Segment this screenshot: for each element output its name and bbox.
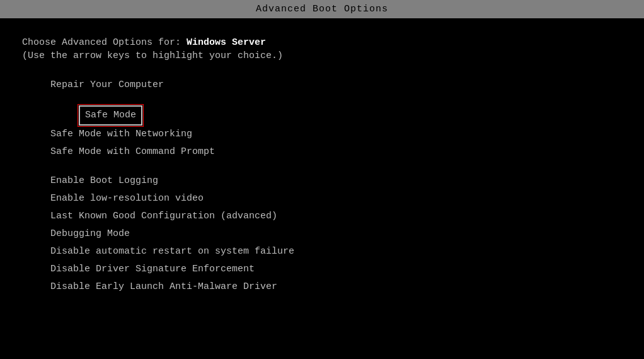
menu-item-debugging-mode[interactable]: Debugging Mode <box>22 225 622 243</box>
section-gap1 <box>22 94 622 105</box>
menu-item-disable-restart[interactable]: Disable automatic restart on system fail… <box>22 243 622 261</box>
title-bar: Advanced Boot Options <box>0 0 644 18</box>
bios-screen: Advanced Boot Options Choose Advanced Op… <box>0 0 644 359</box>
header-line2: (Use the arrow keys to highlight your ch… <box>22 50 622 61</box>
menu-item-safe-mode-command[interactable]: Safe Mode with Command Prompt <box>22 143 622 161</box>
header-os-name: Windows Server <box>187 37 266 48</box>
menu-item-last-known-good[interactable]: Last Known Good Configuration (advanced) <box>22 208 622 225</box>
header-prefix: Choose Advanced Options for: <box>22 37 187 48</box>
section-gap2 <box>22 161 622 172</box>
menu-item-repair[interactable]: Repair Your Computer <box>22 76 622 94</box>
menu-item-disable-driver-sig[interactable]: Disable Driver Signature Enforcement <box>22 261 622 278</box>
menu-item-safe-mode-networking[interactable]: Safe Mode with Networking <box>22 126 622 143</box>
header-line1: Choose Advanced Options for: Windows Ser… <box>22 37 622 48</box>
title-text: Advanced Boot Options <box>256 4 388 15</box>
menu-item-disable-anti-malware[interactable]: Disable Early Launch Anti-Malware Driver <box>22 278 622 296</box>
content-area: Choose Advanced Options for: Windows Ser… <box>0 18 644 359</box>
menu-item-safe-mode[interactable]: Safe Mode <box>79 105 142 126</box>
menu-item-enable-low-res[interactable]: Enable low-resolution video <box>22 190 622 208</box>
spacer1 <box>22 64 622 76</box>
selected-wrapper: Safe Mode <box>22 105 622 126</box>
menu-item-enable-boot-logging[interactable]: Enable Boot Logging <box>22 172 622 190</box>
